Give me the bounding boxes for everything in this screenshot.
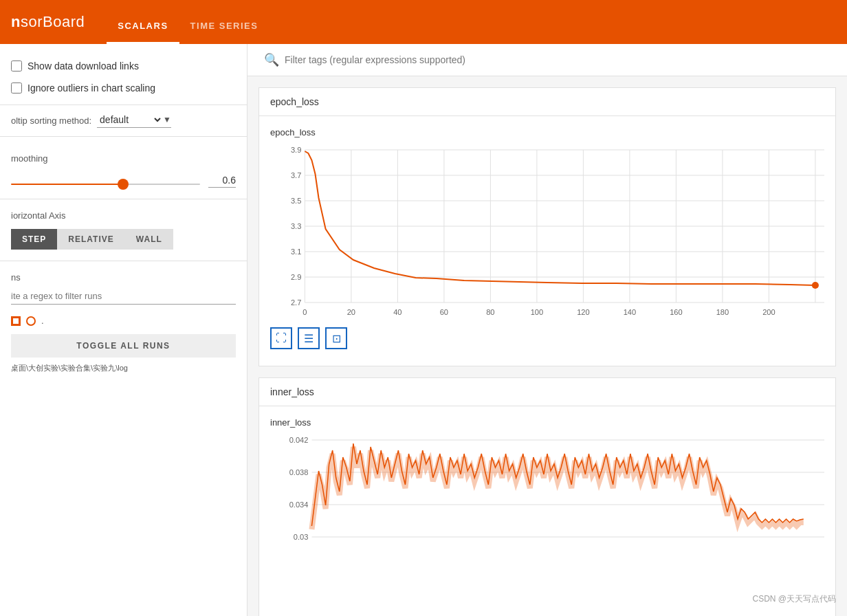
tooltip-sorting-row: oltip sorting method: default ascending …	[0, 111, 247, 131]
main-nav: SCALARS TIME SERIES	[107, 0, 269, 44]
runs-section: ns	[0, 267, 247, 310]
nav-item-scalars[interactable]: SCALARS	[107, 0, 179, 44]
watermark: CSDN @天天写点代码	[752, 593, 836, 605]
inner-loss-svg: 0.042 0.038 0.034 0.03	[270, 433, 824, 571]
show-download-links-checkbox[interactable]	[11, 60, 22, 72]
svg-text:140: 140	[624, 308, 636, 316]
epoch-loss-card-title: epoch_loss	[259, 88, 835, 116]
svg-text:3.7: 3.7	[291, 171, 301, 179]
run-path-label: 桌面\大创实验\实验合集\实验九\log	[0, 360, 247, 376]
svg-text:60: 60	[440, 308, 448, 316]
epoch-loss-chart-area: 3.9 3.7 3.5 3.3 3.1 2.9 2.7 0 20 40 60 8…	[270, 143, 824, 322]
inner-loss-chart-area: 0.042 0.038 0.034 0.03	[270, 433, 824, 612]
expand-chart-button[interactable]: ⛶	[270, 327, 292, 349]
run-color-dot	[26, 316, 36, 326]
horizontal-axis-title: iorizontal Axis	[11, 210, 236, 221]
svg-text:3.3: 3.3	[291, 222, 301, 230]
smoothing-value: 0.6	[208, 175, 236, 188]
fit-chart-button[interactable]: ⊡	[325, 327, 347, 349]
svg-text:2.7: 2.7	[291, 298, 301, 307]
tooltip-select[interactable]: default ascending descending	[97, 113, 163, 126]
nav-item-time-series[interactable]: TIME SERIES	[179, 0, 270, 44]
epoch-loss-inner-title: epoch_loss	[270, 127, 824, 138]
svg-text:40: 40	[393, 308, 402, 316]
svg-text:3.9: 3.9	[291, 146, 301, 154]
filter-tags-input[interactable]	[285, 54, 830, 65]
smoothing-slider-row: 0.6	[0, 169, 247, 193]
divider-3	[0, 199, 247, 199]
divider-1	[0, 104, 247, 105]
svg-text:2.9: 2.9	[291, 273, 301, 281]
svg-point-37	[812, 282, 819, 289]
run-checkbox-checked[interactable]	[11, 316, 21, 326]
svg-text:0.034: 0.034	[289, 500, 309, 509]
svg-text:0.042: 0.042	[289, 436, 309, 444]
horizontal-axis-section: iorizontal Axis STEP RELATIVE WALL	[0, 205, 247, 255]
svg-text:200: 200	[762, 308, 775, 316]
svg-text:3.5: 3.5	[291, 197, 301, 205]
tooltip-select-wrapper: default ascending descending ▼	[97, 113, 171, 128]
axis-btn-step[interactable]: STEP	[11, 229, 57, 250]
ignore-outliers-row: Ignore outliers in chart scaling	[0, 77, 247, 99]
show-download-links-label: Show data download links	[28, 60, 139, 72]
runs-title: ns	[11, 272, 236, 283]
svg-text:0.03: 0.03	[294, 533, 309, 541]
inner-loss-inner-title: inner_loss	[270, 417, 824, 428]
epoch-loss-chart-controls: ⛶ ☰ ⊡	[270, 322, 824, 355]
sidebar: Show data download links Ignore outliers…	[0, 44, 248, 616]
show-download-links-row: Show data download links	[0, 55, 247, 77]
app-logo: nsorBoard	[11, 13, 85, 31]
axis-btn-relative[interactable]: RELATIVE	[57, 229, 124, 250]
main-content: 🔍 epoch_loss epoch_loss	[248, 44, 847, 616]
epoch-loss-chart-inner: epoch_loss	[259, 116, 835, 366]
svg-text:0: 0	[302, 308, 307, 316]
header: nsorBoard SCALARS TIME SERIES	[0, 0, 847, 44]
dropdown-arrow-icon: ▼	[163, 115, 171, 124]
smoothing-title: moothing	[0, 142, 247, 169]
ignore-outliers-checkbox[interactable]	[11, 82, 22, 94]
run-dot-label: .	[41, 316, 44, 326]
main-layout: Show data download links Ignore outliers…	[0, 44, 847, 616]
svg-text:160: 160	[670, 308, 682, 316]
horizontal-lines-button[interactable]: ☰	[298, 327, 320, 349]
axis-btn-wall[interactable]: WALL	[125, 229, 173, 250]
axis-button-group: STEP RELATIVE WALL	[11, 229, 236, 250]
inner-loss-card-title: inner_loss	[259, 378, 835, 406]
filter-bar: 🔍	[248, 44, 847, 76]
epoch-loss-svg: 3.9 3.7 3.5 3.3 3.1 2.9 2.7 0 20 40 60 8…	[270, 143, 824, 322]
svg-text:120: 120	[577, 308, 589, 316]
svg-text:180: 180	[716, 308, 729, 316]
divider-2	[0, 136, 247, 137]
svg-text:3.1: 3.1	[291, 248, 301, 256]
smoothing-slider[interactable]	[11, 184, 200, 185]
inner-loss-chart-inner: inner_loss 0.042 0.038 0.034 0.03	[259, 406, 835, 616]
svg-text:100: 100	[531, 308, 543, 316]
epoch-loss-card: epoch_loss epoch_loss	[258, 87, 836, 366]
divider-4	[0, 261, 247, 261]
ignore-outliers-label: Ignore outliers in chart scaling	[28, 82, 155, 94]
search-icon: 🔍	[264, 52, 279, 67]
runs-filter-input[interactable]	[11, 288, 236, 305]
tooltip-sorting-label: oltip sorting method:	[11, 116, 91, 126]
toggle-all-runs-button[interactable]: TOGGLE ALL RUNS	[11, 334, 236, 358]
svg-text:0.038: 0.038	[289, 468, 309, 476]
svg-text:80: 80	[486, 308, 494, 316]
inner-loss-card: inner_loss inner_loss 0.042 0.038 0.034	[258, 377, 836, 616]
run-item: .	[0, 310, 247, 331]
svg-text:20: 20	[347, 308, 355, 316]
smoothing-slider-container	[11, 175, 200, 188]
